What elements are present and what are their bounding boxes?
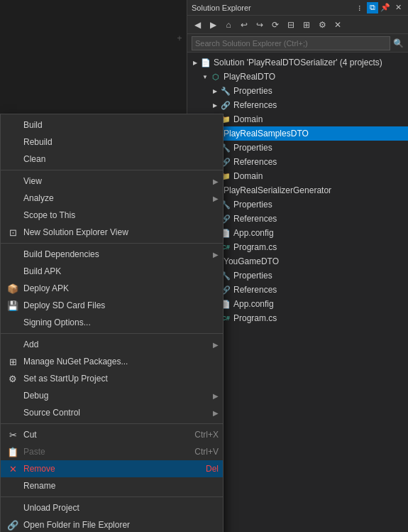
menu-item-rebuild-label: Rebuild: [23, 137, 219, 147]
cut-shortcut: Ctrl+X: [194, 430, 219, 440]
tree-item-play-real-dto[interactable]: ▼ ⬡ PlayRealDTO: [187, 70, 408, 84]
menu-item-new-se-view-label: New Solution Explorer View: [23, 227, 219, 237]
window-close-icon[interactable]: ✕: [392, 2, 404, 13]
solution-label: Solution 'PlayRealDTOSerializer' (4 proj…: [214, 58, 382, 67]
remove-shortcut: Del: [206, 464, 219, 474]
menu-item-build-apk[interactable]: Build APK: [1, 263, 223, 280]
menu-item-view[interactable]: View ▶: [1, 173, 223, 190]
filter-toolbar-icon[interactable]: ⊟: [284, 18, 298, 32]
references-2-label: References: [233, 157, 277, 167]
properties-3-label: Properties: [233, 200, 272, 210]
domain-2-label: Domain: [233, 171, 263, 181]
menu-item-open-folder[interactable]: 🔗 Open Folder in File Explorer: [1, 516, 223, 532]
menu-item-cut[interactable]: ✂ Cut Ctrl+X: [1, 426, 223, 443]
references-4-label: References: [233, 285, 277, 295]
set-startup-icon: ⚙: [6, 372, 19, 385]
menu-item-new-se-view[interactable]: ⊡ New Solution Explorer View: [1, 224, 223, 241]
properties-1-icon: 🔧: [220, 85, 231, 97]
menu-item-rebuild[interactable]: Rebuild: [1, 134, 223, 151]
menu-item-paste: 📋 Paste Ctrl+V: [1, 443, 223, 460]
paste-icon: 📋: [6, 445, 19, 458]
menu-item-debug[interactable]: Debug ▶: [1, 387, 223, 404]
tree-item-properties-1[interactable]: ▶ 🔧 Properties: [187, 84, 408, 98]
play-real-dto-label: PlayRealDTO: [224, 72, 275, 82]
debug-arrow-icon: ▶: [213, 392, 219, 400]
references-3-label: References: [233, 214, 277, 224]
you-game-dto-label: YouGameDTO: [224, 256, 279, 266]
menu-item-cut-label: Cut: [23, 430, 180, 440]
open-folder-icon: 🔗: [6, 519, 19, 531]
se-title-text: Solution Explorer: [192, 4, 354, 12]
properties-2-label: Properties: [233, 143, 272, 153]
se-toolbar: ◀ ▶ ⌂ ↩ ↪ ⟳ ⊟ ⊞ ⚙ ✕: [187, 16, 408, 34]
menu-separator-1: [1, 170, 223, 170]
nuget-icon: ⊞: [6, 355, 19, 368]
menu-item-debug-label: Debug: [23, 391, 209, 401]
context-menu: Build Rebuild Clean View ▶ Analyze ▶ Sco…: [0, 114, 224, 532]
new-se-view-icon: ⊡: [6, 226, 19, 239]
menu-item-rename[interactable]: Rename: [1, 477, 223, 494]
menu-item-build-apk-label: Build APK: [23, 266, 219, 276]
close-maximize-icon[interactable]: ⧉: [367, 2, 378, 13]
references-1-arrow: ▶: [210, 100, 220, 110]
menu-item-set-startup[interactable]: ⚙ Set as StartUp Project: [1, 370, 223, 387]
menu-item-manage-nuget[interactable]: ⊞ Manage NuGet Packages...: [1, 353, 223, 370]
paste-shortcut: Ctrl+V: [194, 447, 219, 457]
remove-icon: ✕: [6, 462, 19, 475]
search-icon: 🔍: [393, 38, 404, 48]
domain-1-label: Domain: [233, 114, 263, 124]
resize-handle[interactable]: +: [172, 31, 187, 45]
menu-item-signing-options[interactable]: Signing Options...: [1, 314, 223, 331]
settings-toolbar-icon[interactable]: ⚙: [315, 18, 329, 32]
menu-item-deploy-sd-card[interactable]: 💾 Deploy SD Card Files: [1, 297, 223, 314]
menu-item-build-dependencies-label: Build Dependencies: [23, 249, 209, 259]
redo-toolbar-icon[interactable]: ↪: [253, 18, 267, 32]
menu-item-deploy-sd-card-label: Deploy SD Card Files: [23, 300, 219, 310]
menu-item-add[interactable]: Add ▶: [1, 336, 223, 353]
close-toolbar-icon[interactable]: ✕: [331, 18, 345, 32]
menu-item-scope-to-this[interactable]: Scope to This: [1, 207, 223, 224]
menu-item-scope-to-this-label: Scope to This: [23, 210, 219, 220]
menu-item-analyze[interactable]: Analyze ▶: [1, 190, 223, 207]
menu-item-deploy-apk[interactable]: 📦 Deploy APK: [1, 280, 223, 297]
references-1-icon: 🔗: [220, 99, 231, 111]
se-search-input[interactable]: [192, 36, 390, 50]
menu-item-build-label: Build: [23, 120, 219, 130]
menu-item-remove[interactable]: ✕ Remove Del: [1, 460, 223, 477]
menu-item-build[interactable]: Build: [1, 116, 223, 134]
pin-icon[interactable]: 📌: [380, 2, 391, 13]
home-toolbar-icon[interactable]: ⌂: [221, 18, 236, 32]
tree-item-references-1[interactable]: ▶ 🔗 References: [187, 98, 408, 112]
play-real-dto-arrow: ▼: [200, 72, 210, 82]
add-arrow-icon: ▶: [213, 341, 219, 349]
tree-item-solution[interactable]: ▶ 📄 Solution 'PlayRealDTOSerializer' (4 …: [187, 55, 408, 70]
deploy-apk-icon: 📦: [6, 282, 19, 295]
undo-toolbar-icon[interactable]: ↩: [237, 18, 251, 32]
back-toolbar-icon[interactable]: ◀: [190, 18, 204, 32]
program-cs-1-label: Program.cs: [233, 242, 277, 252]
auto-hide-icon[interactable]: ⫶: [354, 2, 365, 13]
menu-separator-3: [1, 333, 223, 334]
menu-item-clean-label: Clean: [23, 154, 219, 164]
references-1-label: References: [233, 100, 277, 110]
menu-item-manage-nuget-label: Manage NuGet Packages...: [23, 357, 219, 367]
program-cs-2-label: Program.cs: [233, 313, 277, 323]
menu-item-signing-options-label: Signing Options...: [23, 317, 219, 327]
app-config-1-label: App.config: [233, 228, 274, 238]
se-title-bar: Solution Explorer ⫶ ⧉ 📌 ✕: [187, 0, 408, 16]
menu-item-set-startup-label: Set as StartUp Project: [23, 374, 219, 384]
menu-item-clean[interactable]: Clean: [1, 151, 223, 168]
menu-item-open-folder-label: Open Folder in File Explorer: [23, 520, 219, 530]
menu-item-add-label: Add: [23, 340, 209, 349]
show-all-toolbar-icon[interactable]: ⊞: [299, 18, 314, 32]
menu-item-source-control[interactable]: Source Control ▶: [1, 404, 223, 421]
menu-item-remove-label: Remove: [23, 464, 192, 474]
menu-separator-2: [1, 243, 223, 244]
refresh-toolbar-icon[interactable]: ⟳: [268, 18, 282, 32]
play-real-dto-icon: ⬡: [210, 71, 221, 82]
solution-icon: 📄: [200, 57, 211, 68]
menu-item-build-dependencies[interactable]: Build Dependencies ▶: [1, 246, 223, 263]
menu-item-unload-project[interactable]: Unload Project: [1, 499, 223, 516]
forward-toolbar-icon[interactable]: ▶: [206, 18, 220, 32]
solution-arrow: ▶: [190, 58, 200, 67]
